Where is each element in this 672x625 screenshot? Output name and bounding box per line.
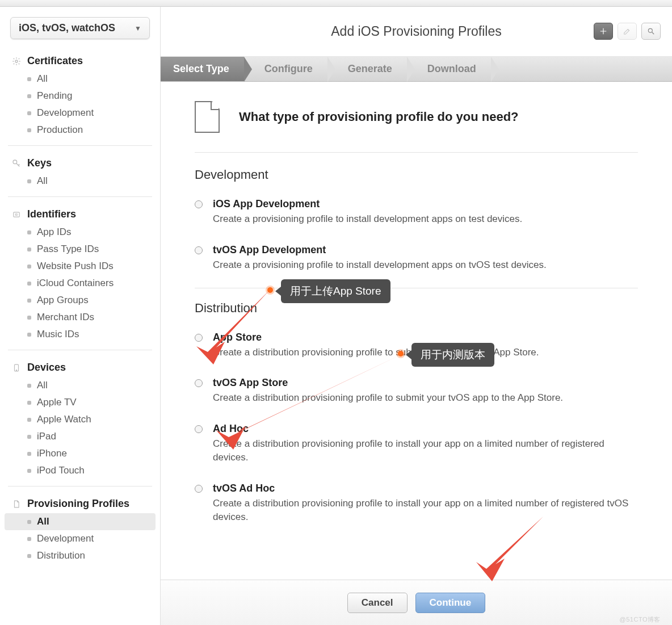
sidebar-item-label: All <box>37 73 48 85</box>
sidebar-item-certificates-development[interactable]: Development <box>0 104 160 121</box>
step-label: Configure <box>264 63 313 75</box>
sidebar-item-app-groups[interactable]: App Groups <box>0 292 160 309</box>
bullet-icon <box>27 401 31 405</box>
gear-icon <box>11 56 22 66</box>
sidebar-item-label: App Groups <box>37 295 89 306</box>
question-title: What type of provisioning profile do you… <box>239 110 519 124</box>
sidebar-item-label: Pending <box>37 90 72 102</box>
bullet-icon <box>27 248 31 251</box>
bullet-icon <box>27 179 31 183</box>
sidebar-item-merchant-ids[interactable]: Merchant IDs <box>0 309 160 326</box>
sidebar-item-label: iPod Touch <box>37 465 85 476</box>
sidebar-item-label: iPad <box>37 431 56 442</box>
option-description: Create a provisioning profile to install… <box>213 258 547 272</box>
bullet-icon <box>27 77 31 81</box>
bullet-icon <box>27 265 31 269</box>
sidebar-section-label: Identifiers <box>27 208 76 220</box>
step-configure[interactable]: Configure <box>244 57 327 81</box>
radio-ad-hoc[interactable] <box>195 425 203 433</box>
radio-tvos-app-store[interactable] <box>195 379 203 387</box>
svg-point-6 <box>648 28 652 32</box>
sidebar-item-certificates-pending[interactable]: Pending <box>0 87 160 104</box>
group-title-distribution: Distribution <box>195 301 638 316</box>
sidebar-item-music-ids[interactable]: Music IDs <box>0 326 160 343</box>
bullet-icon <box>27 230 31 234</box>
svg-point-5 <box>16 370 16 370</box>
step-label: Download <box>427 63 476 75</box>
platform-dropdown[interactable]: iOS, tvOS, watchOS ▼ <box>10 17 150 39</box>
sidebar-divider <box>8 486 152 486</box>
sidebar-item-apple-tv[interactable]: Apple TV <box>0 394 160 411</box>
radio-tvos-ad-hoc[interactable] <box>195 485 203 493</box>
continue-button[interactable]: Continue <box>415 593 486 613</box>
sidebar-section-certificates[interactable]: Certificates <box>0 51 160 70</box>
sidebar-item-devices-all[interactable]: All <box>0 377 160 394</box>
search-button[interactable] <box>641 23 661 40</box>
sidebar-item-label: All <box>37 380 48 391</box>
sidebar-item-label: All <box>37 175 48 187</box>
sidebar-divider <box>8 145 152 146</box>
sidebar-section-keys[interactable]: Keys <box>0 153 160 173</box>
sidebar-item-pass-type-ids[interactable]: Pass Type IDs <box>0 241 160 258</box>
option-description: Create a provisioning profile to install… <box>213 212 522 226</box>
sidebar-item-icloud-containers[interactable]: iCloud Containers <box>0 275 160 292</box>
sidebar-item-website-push-ids[interactable]: Website Push IDs <box>0 258 160 275</box>
option-ad-hoc[interactable]: Ad Hoc Create a distribution provisionin… <box>195 417 638 477</box>
option-tvos-app-development[interactable]: tvOS App Development Create a provisioni… <box>195 238 638 284</box>
bullet-icon <box>27 469 31 473</box>
sidebar-item-keys-all[interactable]: All <box>0 173 160 190</box>
bullet-icon <box>27 435 31 439</box>
sidebar-item-app-ids[interactable]: App IDs <box>0 224 160 241</box>
sidebar: iOS, tvOS, watchOS ▼ Certificates All Pe… <box>0 7 161 625</box>
step-download[interactable]: Download <box>407 57 491 81</box>
step-label: Select Type <box>173 63 229 75</box>
bullet-icon <box>27 299 31 303</box>
option-ios-app-development[interactable]: iOS App Development Create a provisionin… <box>195 192 638 238</box>
bullet-icon <box>27 333 31 337</box>
svg-text:ID: ID <box>15 213 18 216</box>
step-generate[interactable]: Generate <box>327 57 407 81</box>
watermark: @51CTO博客 <box>620 615 661 624</box>
window-titlebar <box>0 0 672 7</box>
sidebar-item-certificates-production[interactable]: Production <box>0 121 160 139</box>
step-bar: Select Type Configure Generate Download <box>161 57 672 82</box>
option-description: Create a distribution provisioning profi… <box>213 497 638 524</box>
sidebar-item-iphone[interactable]: iPhone <box>0 445 160 462</box>
svg-point-0 <box>15 60 18 62</box>
bullet-icon <box>27 384 31 388</box>
option-app-store[interactable]: App Store Create a distribution provisio… <box>195 326 638 372</box>
sidebar-item-ipad[interactable]: iPad <box>0 428 160 445</box>
option-label: tvOS App Store <box>213 377 563 389</box>
sidebar-item-certificates-all[interactable]: All <box>0 70 160 87</box>
add-button[interactable] <box>594 23 613 40</box>
sidebar-section-label: Provisioning Profiles <box>27 498 129 510</box>
sidebar-item-profiles-development[interactable]: Development <box>0 530 160 547</box>
sidebar-item-label: iPhone <box>37 448 67 459</box>
sidebar-item-label: Development <box>37 107 94 119</box>
bullet-icon <box>27 452 31 456</box>
sidebar-section-identifiers[interactable]: ID Identifiers <box>0 204 160 224</box>
sidebar-item-ipod-touch[interactable]: iPod Touch <box>0 462 160 479</box>
option-label: Ad Hoc <box>213 423 638 435</box>
document-icon <box>195 101 220 133</box>
option-tvos-ad-hoc[interactable]: tvOS Ad Hoc Create a distribution provis… <box>195 477 638 536</box>
bullet-icon <box>27 128 31 132</box>
radio-ios-app-development[interactable] <box>195 200 203 208</box>
edit-button[interactable] <box>618 23 637 40</box>
sidebar-item-apple-watch[interactable]: Apple Watch <box>0 411 160 428</box>
bullet-icon <box>27 316 31 320</box>
sidebar-item-profiles-distribution[interactable]: Distribution <box>0 547 160 564</box>
sidebar-item-profiles-all[interactable]: All <box>5 513 156 530</box>
radio-tvos-app-development[interactable] <box>195 246 203 254</box>
option-description: Create a distribution provisioning profi… <box>213 346 539 359</box>
sidebar-section-provisioning-profiles[interactable]: Provisioning Profiles <box>0 493 160 513</box>
step-select-type[interactable]: Select Type <box>161 57 244 81</box>
option-description: Create a distribution provisioning profi… <box>213 437 638 464</box>
id-icon: ID <box>11 209 22 220</box>
radio-app-store[interactable] <box>195 334 203 342</box>
content-area: What type of provisioning profile do you… <box>161 82 672 580</box>
option-label: tvOS App Development <box>213 244 547 256</box>
cancel-button[interactable]: Cancel <box>347 593 408 613</box>
sidebar-section-devices[interactable]: Devices <box>0 357 160 377</box>
option-tvos-app-store[interactable]: tvOS App Store Create a distribution pro… <box>195 371 638 417</box>
